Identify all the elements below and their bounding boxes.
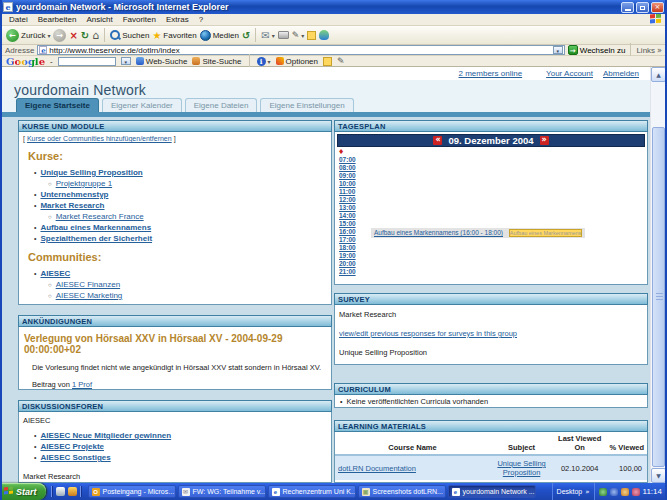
forum-link[interactable]: AIESEC Sonstiges [40, 453, 110, 462]
quick-launch-outlook-icon[interactable] [68, 487, 77, 496]
address-dropdown-icon[interactable]: ▾ [553, 46, 563, 54]
menu-item[interactable]: Bearbeiten [33, 15, 82, 24]
time-slot-link[interactable]: 10:00 [339, 180, 356, 187]
taskbar-window-rechenzentrum[interactable]: e Rechenzentrum Uni K... [268, 485, 356, 498]
forum-link[interactable]: AIESEC Neue Mitglieder gewinnen [40, 431, 171, 440]
course-sub-link[interactable]: Market Research France [56, 212, 144, 221]
minimize-button[interactable] [621, 2, 634, 13]
taskbar-window-mail[interactable]: ✉ FW: WG: Teilnahme v... [178, 485, 266, 498]
refresh-button[interactable]: ↻ [81, 30, 89, 41]
community-link[interactable]: AIESEC [40, 269, 70, 278]
tray-network-icon[interactable] [610, 488, 618, 496]
time-slot-link[interactable]: 08:00 [339, 164, 356, 171]
time-slot-link[interactable]: 17:00 [339, 236, 356, 243]
time-slot-link[interactable]: 11:00 [339, 188, 355, 195]
taskbar-window-outlook[interactable]: O Posteingang - Micros... [88, 485, 176, 498]
media-button[interactable]: Medien [200, 30, 239, 41]
calendar-next-icon[interactable]: » [540, 136, 549, 145]
course-link[interactable]: Aufbau eines Markennamens [40, 223, 151, 232]
mail-button[interactable]: ✉ ▾ [261, 30, 274, 41]
course-sub-link[interactable]: Projektgruppe 1 [56, 179, 112, 188]
tab-eigener-kalender[interactable]: Eigener Kalender [102, 98, 182, 112]
search-button[interactable]: Suchen [110, 30, 149, 40]
go-button[interactable]: → Wechseln zu [568, 45, 626, 55]
history-button[interactable]: ↺ [242, 30, 250, 41]
menu-item[interactable]: Extras [161, 15, 194, 24]
menu-item[interactable]: Favoriten [118, 15, 161, 24]
desktop-chevron-icon[interactable]: » [585, 488, 589, 496]
address-input[interactable] [49, 46, 550, 54]
menu-item[interactable]: Datei [4, 15, 33, 24]
restore-button[interactable] [636, 2, 649, 13]
scrollbar-thumb[interactable] [652, 127, 665, 467]
time-slot-link[interactable]: 12:00 [339, 196, 356, 203]
taskbar-window-yourdomain-active[interactable]: e yourdomain Network ... [448, 485, 536, 498]
time-slot-link[interactable]: 14:00 [339, 212, 356, 219]
discuss-button[interactable] [307, 31, 316, 40]
taskbar-window-screenshots[interactable]: ▣ Screenshots dotLRN... [358, 485, 446, 498]
google-search-input[interactable] [58, 57, 116, 66]
vertical-scrollbar[interactable]: ▲ ▼ [650, 67, 665, 483]
quick-launch-grip[interactable] [51, 486, 53, 497]
survey-responses-link[interactable]: view/edit previous responses for surveys… [339, 329, 517, 338]
time-slot-link[interactable]: 15:00 [339, 220, 356, 227]
highlighter-icon[interactable] [323, 57, 332, 66]
start-button[interactable]: Start [0, 483, 46, 500]
info-dropdown-icon[interactable]: ▾ [268, 58, 271, 65]
google-info-button[interactable]: i ▾ [257, 57, 271, 66]
table-column-header[interactable]: Subject [490, 432, 553, 455]
time-slot-link[interactable]: 21:00 [339, 268, 356, 275]
community-sub-link[interactable]: AIESEC Marketing [56, 291, 123, 300]
community-sub-link[interactable]: AIESEC Finanzen [56, 280, 120, 289]
back-button[interactable]: ← Zurück ▾ [6, 29, 50, 42]
close-button[interactable]: × [651, 2, 664, 13]
calendar-event-link[interactable]: Aufbau eines Markennamens (16:00 - 18:00… [374, 229, 503, 236]
tray-update-icon[interactable] [632, 488, 640, 496]
tab-eigene-startseite[interactable]: Eigene Startseite [16, 98, 99, 112]
table-column-header[interactable]: Course Name [335, 432, 490, 455]
edit-button[interactable]: ✎ ▾ [292, 30, 305, 40]
tab-eigene-dateien[interactable]: Eigene Dateien [185, 98, 258, 112]
course-link[interactable]: Market Research [40, 201, 104, 210]
forum-link[interactable]: AIESEC Projekte [40, 442, 104, 451]
time-slot-link[interactable]: 18:00 [339, 244, 356, 251]
messenger-button[interactable] [319, 30, 329, 40]
tray-status-icon[interactable] [599, 488, 607, 496]
table-column-header[interactable]: Last Viewed On [553, 432, 606, 455]
course-material-link[interactable]: dotLRN Documentation [338, 464, 416, 473]
print-button[interactable] [278, 31, 289, 39]
taskbar-clock[interactable]: 11:14 [643, 487, 662, 496]
links-toolbar[interactable]: Links » [636, 46, 662, 55]
forward-button[interactable]: → [53, 29, 66, 42]
edit-dropdown-icon[interactable]: ▾ [301, 32, 304, 39]
tray-volume-icon[interactable] [621, 488, 629, 496]
stop-button[interactable]: × [69, 30, 77, 41]
time-slot-link[interactable]: 19:00 [339, 252, 356, 259]
google-site-search-button[interactable]: Site-Suche [192, 57, 241, 66]
logout-link[interactable]: Abmelden [603, 69, 639, 78]
announcement-author-link[interactable]: 1 Prof [72, 380, 92, 389]
scroll-down-button[interactable]: ▼ [651, 468, 665, 483]
material-subject-link[interactable]: Unique Selling Proposition [497, 459, 545, 477]
course-link[interactable]: Unternehmenstyp [40, 190, 108, 199]
time-slot-link[interactable]: 13:00 [339, 204, 356, 211]
course-link[interactable]: Spezialthemen der Sicherheit [40, 234, 152, 243]
home-button[interactable]: ⌂ [92, 29, 99, 42]
pen-icon[interactable]: ✎ [337, 56, 345, 66]
google-options-button[interactable]: Optionen [276, 57, 318, 66]
menu-item[interactable]: Ansicht [81, 15, 117, 24]
scroll-up-button[interactable]: ▲ [651, 67, 665, 82]
time-slot-link[interactable]: 20:00 [339, 260, 356, 267]
desktop-toolbar[interactable]: Desktop » [552, 483, 594, 500]
calendar-prev-icon[interactable]: « [433, 136, 442, 145]
google-web-search-button[interactable]: Web-Suche [136, 57, 188, 66]
time-slot-link[interactable]: 09:00 [339, 172, 356, 179]
quick-launch-grip[interactable] [80, 486, 82, 497]
time-slot-link[interactable]: 16:00 [339, 228, 356, 235]
course-link[interactable]: Unique Selling Proposition [40, 168, 142, 177]
mail-dropdown-icon[interactable]: ▾ [272, 32, 275, 39]
google-dropdown-icon[interactable]: ▾ [121, 57, 131, 65]
time-slot-link[interactable]: 07:00 [339, 156, 356, 163]
table-column-header[interactable]: % Viewed [606, 432, 647, 455]
manage-courses-link[interactable]: Kurse oder Communities hinzufügen/entfer… [27, 135, 172, 142]
